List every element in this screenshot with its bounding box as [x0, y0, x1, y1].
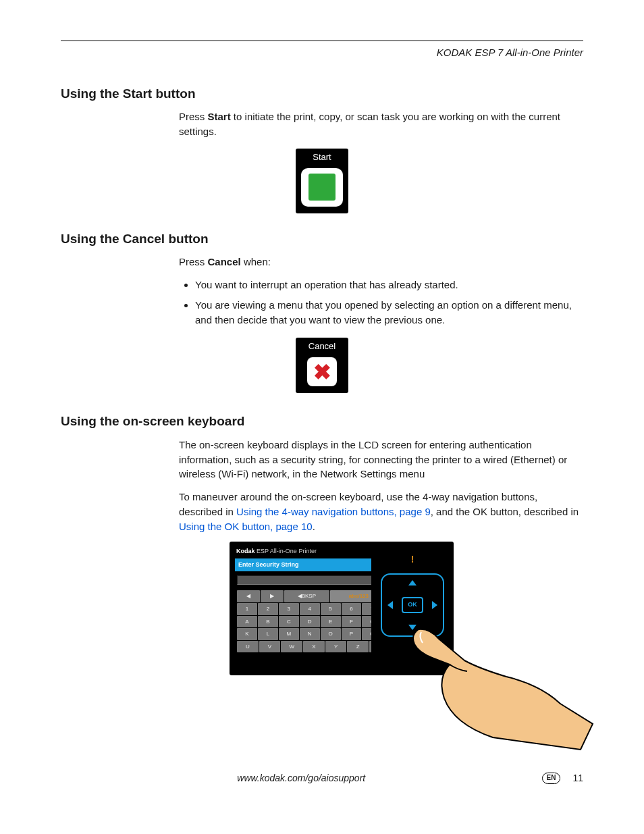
kb-key: N — [300, 628, 320, 640]
header-rule — [61, 41, 583, 41]
kb-key: Y — [325, 641, 347, 653]
kb-para2-post: . — [313, 521, 315, 532]
kb-key: B — [258, 616, 278, 628]
heading-keyboard: Using the on-screen keyboard — [61, 412, 583, 431]
footer-right: EN 11 — [542, 771, 583, 785]
cancel-intro-pre: Press — [179, 256, 208, 267]
kb-para2-mid: , and the OK button, described in — [431, 506, 579, 517]
kb-key: U — [237, 641, 259, 653]
keyboard-illustration: Kodak ESP All-in-One Printer Enter Secur… — [230, 542, 575, 751]
nav-ok-button: OK — [402, 597, 423, 613]
kb-key-right: ▶ — [261, 590, 284, 602]
kb-key: D — [300, 616, 320, 628]
cancel-bullet: You want to interrupt an operation that … — [195, 278, 583, 292]
start-text-post: to initiate the print, copy, or scan tas… — [179, 111, 560, 137]
page-footer: www.kodak.com/go/aiosupport EN 11 — [61, 771, 583, 785]
kb-key: K — [237, 628, 257, 640]
kb-key: V — [259, 641, 281, 653]
footer-page-number: 11 — [572, 771, 583, 785]
cancel-bullet-list: You want to interrupt an operation that … — [195, 278, 583, 327]
alert-icon: ! — [411, 552, 414, 566]
kb-key: 4 — [300, 603, 320, 615]
kb-key: C — [279, 616, 299, 628]
kb-key: W — [281, 641, 302, 653]
header-product-title: KODAK ESP 7 All-in-One Printer — [61, 45, 583, 60]
kb-key: E — [321, 616, 341, 628]
kb-key: 1 — [237, 603, 257, 615]
kb-key: F — [342, 616, 362, 628]
start-graphic-label: Start — [313, 151, 331, 164]
kb-key: 6 — [342, 603, 362, 615]
start-button-graphic: Start — [296, 149, 348, 213]
kb-para1: The on-screen keyboard displays in the L… — [179, 438, 583, 481]
start-text-bold: Start — [208, 111, 231, 122]
cancel-intro-bold: Cancel — [208, 256, 241, 267]
heading-cancel: Using the Cancel button — [61, 230, 583, 249]
kb-key: L — [258, 628, 278, 640]
lcd-brand-bold: Kodak — [236, 548, 255, 554]
nav-left-icon — [387, 601, 393, 609]
kb-key: 2 — [258, 603, 278, 615]
cancel-intro: Press Cancel when: — [179, 255, 583, 269]
cancel-graphic-label: Cancel — [308, 340, 336, 353]
kb-key: M — [279, 628, 299, 640]
start-graphic-square — [308, 174, 336, 201]
start-graphic-frame — [301, 168, 343, 207]
cancel-graphic-frame: ✖ — [307, 357, 337, 386]
footer-url: www.kodak.com/go/aiosupport — [61, 771, 542, 785]
nav-up-icon — [408, 580, 417, 585]
nav-right-icon — [432, 601, 437, 609]
kb-para2: To maneuver around the on-screen keyboar… — [179, 490, 583, 533]
kb-key: X — [303, 641, 325, 653]
kb-key: 5 — [321, 603, 341, 615]
lcd-brand-rest: ESP All-in-One Printer — [255, 548, 317, 554]
cancel-x-icon: ✖ — [313, 361, 331, 383]
kb-key: O — [321, 628, 341, 640]
link-4way-nav[interactable]: Using the 4-way navigation buttons, page… — [236, 506, 431, 517]
link-ok-button[interactable]: Using the OK button, page 10 — [179, 521, 313, 532]
hand-illustration — [405, 623, 594, 751]
footer-language-badge: EN — [542, 773, 561, 784]
kb-key: Z — [347, 641, 369, 653]
cancel-bullet: You are viewing a menu that you opened b… — [195, 298, 583, 328]
kb-key: 3 — [279, 603, 299, 615]
start-text-pre: Press — [179, 111, 208, 122]
heading-start: Using the Start button — [61, 84, 583, 103]
start-paragraph: Press Start to initiate the print, copy,… — [179, 109, 583, 139]
cancel-button-graphic: Cancel ✖ — [296, 338, 348, 393]
kb-key-bksp: ◀BKSP — [284, 590, 330, 602]
kb-key: A — [237, 616, 257, 628]
cancel-intro-post: when: — [241, 256, 271, 267]
kb-key: P — [342, 628, 362, 640]
kb-key-left: ◀ — [237, 590, 260, 602]
